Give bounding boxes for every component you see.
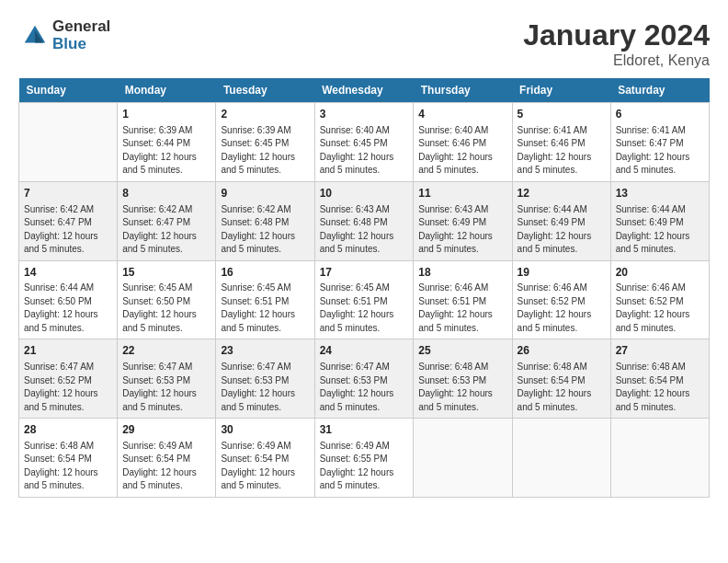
day-info: Sunrise: 6:46 AM Sunset: 6:52 PM Dayligh… bbox=[518, 282, 606, 335]
day-number: 1 bbox=[122, 107, 210, 122]
calendar-day-cell: 9Sunrise: 6:42 AM Sunset: 6:48 PM Daylig… bbox=[216, 181, 314, 260]
calendar-day-cell: 27Sunrise: 6:48 AM Sunset: 6:54 PM Dayli… bbox=[610, 339, 709, 419]
calendar-day-cell: 24Sunrise: 6:47 AM Sunset: 6:53 PM Dayli… bbox=[314, 339, 414, 419]
calendar-day-cell: 5Sunrise: 6:41 AM Sunset: 6:46 PM Daylig… bbox=[512, 103, 610, 182]
day-number: 8 bbox=[122, 186, 210, 201]
calendar-day-cell: 19Sunrise: 6:46 AM Sunset: 6:52 PM Dayli… bbox=[512, 260, 610, 339]
day-info: Sunrise: 6:40 AM Sunset: 6:45 PM Dayligh… bbox=[320, 124, 409, 178]
day-info: Sunrise: 6:47 AM Sunset: 6:53 PM Dayligh… bbox=[320, 361, 409, 414]
day-number: 16 bbox=[221, 265, 309, 281]
calendar-day-cell: 15Sunrise: 6:45 AM Sunset: 6:50 PM Dayli… bbox=[118, 260, 216, 339]
day-info: Sunrise: 6:44 AM Sunset: 6:49 PM Dayligh… bbox=[616, 203, 704, 257]
day-info: Sunrise: 6:48 AM Sunset: 6:54 PM Dayligh… bbox=[24, 440, 112, 493]
day-info: Sunrise: 6:43 AM Sunset: 6:48 PM Dayligh… bbox=[320, 203, 409, 257]
calendar-day-cell: 13Sunrise: 6:44 AM Sunset: 6:49 PM Dayli… bbox=[610, 181, 709, 260]
calendar-day-cell: 4Sunrise: 6:40 AM Sunset: 6:46 PM Daylig… bbox=[414, 103, 512, 182]
day-number: 29 bbox=[122, 422, 210, 438]
calendar-day-cell: 6Sunrise: 6:41 AM Sunset: 6:47 PM Daylig… bbox=[610, 103, 709, 182]
weekday-header-tuesday: Tuesday bbox=[216, 78, 314, 103]
calendar-day-cell: 2Sunrise: 6:39 AM Sunset: 6:45 PM Daylig… bbox=[216, 103, 314, 182]
day-info: Sunrise: 6:42 AM Sunset: 6:47 PM Dayligh… bbox=[24, 203, 112, 257]
day-number: 11 bbox=[418, 186, 506, 201]
calendar-week-row: 1Sunrise: 6:39 AM Sunset: 6:44 PM Daylig… bbox=[19, 103, 710, 182]
day-number: 14 bbox=[24, 265, 112, 281]
calendar-day-cell: 23Sunrise: 6:47 AM Sunset: 6:53 PM Dayli… bbox=[216, 339, 314, 419]
logo-blue: Blue bbox=[52, 36, 110, 53]
day-number: 2 bbox=[221, 107, 309, 122]
location: Eldoret, Kenya bbox=[523, 52, 710, 69]
day-info: Sunrise: 6:47 AM Sunset: 6:52 PM Dayligh… bbox=[24, 361, 112, 414]
day-number: 22 bbox=[122, 343, 210, 359]
calendar-day-cell: 3Sunrise: 6:40 AM Sunset: 6:45 PM Daylig… bbox=[314, 103, 414, 182]
day-number: 30 bbox=[221, 422, 309, 438]
day-info: Sunrise: 6:44 AM Sunset: 6:49 PM Dayligh… bbox=[518, 203, 606, 257]
logo-general: General bbox=[52, 18, 110, 36]
weekday-header-sunday: Sunday bbox=[19, 78, 118, 103]
calendar-week-row: 21Sunrise: 6:47 AM Sunset: 6:52 PM Dayli… bbox=[19, 339, 710, 419]
day-number: 27 bbox=[616, 343, 704, 359]
weekday-header-friday: Friday bbox=[512, 78, 610, 103]
calendar-day-cell bbox=[19, 103, 118, 182]
weekday-header-saturday: Saturday bbox=[610, 78, 709, 103]
day-info: Sunrise: 6:48 AM Sunset: 6:54 PM Dayligh… bbox=[616, 361, 704, 414]
calendar-day-cell: 8Sunrise: 6:42 AM Sunset: 6:47 PM Daylig… bbox=[118, 181, 216, 260]
day-number: 18 bbox=[418, 265, 506, 281]
calendar-day-cell: 28Sunrise: 6:48 AM Sunset: 6:54 PM Dayli… bbox=[19, 419, 118, 498]
title-block: January 2024 Eldoret, Kenya bbox=[523, 18, 710, 69]
calendar-day-cell: 30Sunrise: 6:49 AM Sunset: 6:54 PM Dayli… bbox=[216, 419, 314, 498]
month-title: January 2024 bbox=[523, 18, 710, 52]
calendar-week-row: 14Sunrise: 6:44 AM Sunset: 6:50 PM Dayli… bbox=[19, 260, 710, 339]
day-info: Sunrise: 6:39 AM Sunset: 6:44 PM Dayligh… bbox=[122, 124, 210, 178]
day-number: 25 bbox=[418, 343, 506, 359]
day-number: 21 bbox=[24, 343, 112, 359]
day-info: Sunrise: 6:44 AM Sunset: 6:50 PM Dayligh… bbox=[24, 282, 112, 335]
day-info: Sunrise: 6:45 AM Sunset: 6:50 PM Dayligh… bbox=[122, 282, 210, 335]
day-info: Sunrise: 6:47 AM Sunset: 6:53 PM Dayligh… bbox=[221, 361, 309, 414]
day-info: Sunrise: 6:48 AM Sunset: 6:54 PM Dayligh… bbox=[518, 361, 606, 414]
calendar-day-cell: 12Sunrise: 6:44 AM Sunset: 6:49 PM Dayli… bbox=[512, 181, 610, 260]
day-number: 19 bbox=[518, 265, 606, 281]
calendar-day-cell: 20Sunrise: 6:46 AM Sunset: 6:52 PM Dayli… bbox=[610, 260, 709, 339]
day-info: Sunrise: 6:47 AM Sunset: 6:53 PM Dayligh… bbox=[122, 361, 210, 414]
day-number: 31 bbox=[320, 422, 409, 438]
day-number: 15 bbox=[122, 265, 210, 281]
day-info: Sunrise: 6:48 AM Sunset: 6:53 PM Dayligh… bbox=[418, 361, 506, 414]
day-number: 26 bbox=[518, 343, 606, 359]
day-info: Sunrise: 6:45 AM Sunset: 6:51 PM Dayligh… bbox=[320, 282, 409, 335]
weekday-header-monday: Monday bbox=[118, 78, 216, 103]
calendar-day-cell bbox=[414, 419, 512, 498]
calendar-day-cell: 18Sunrise: 6:46 AM Sunset: 6:51 PM Dayli… bbox=[414, 260, 512, 339]
day-number: 9 bbox=[221, 186, 309, 201]
day-info: Sunrise: 6:41 AM Sunset: 6:46 PM Dayligh… bbox=[518, 124, 606, 178]
calendar-day-cell: 1Sunrise: 6:39 AM Sunset: 6:44 PM Daylig… bbox=[118, 103, 216, 182]
weekday-header-row: SundayMondayTuesdayWednesdayThursdayFrid… bbox=[19, 78, 710, 103]
day-number: 4 bbox=[418, 107, 506, 122]
logo: General Blue bbox=[18, 18, 110, 52]
weekday-header-wednesday: Wednesday bbox=[314, 78, 414, 103]
logo-icon bbox=[21, 22, 49, 50]
day-number: 13 bbox=[616, 186, 704, 201]
calendar-table: SundayMondayTuesdayWednesdayThursdayFrid… bbox=[18, 78, 710, 498]
day-info: Sunrise: 6:46 AM Sunset: 6:52 PM Dayligh… bbox=[616, 282, 704, 335]
calendar-day-cell: 11Sunrise: 6:43 AM Sunset: 6:49 PM Dayli… bbox=[414, 181, 512, 260]
calendar-day-cell: 7Sunrise: 6:42 AM Sunset: 6:47 PM Daylig… bbox=[19, 181, 118, 260]
calendar-week-row: 7Sunrise: 6:42 AM Sunset: 6:47 PM Daylig… bbox=[19, 181, 710, 260]
calendar-day-cell bbox=[512, 419, 610, 498]
day-number: 28 bbox=[24, 422, 112, 438]
calendar-day-cell: 16Sunrise: 6:45 AM Sunset: 6:51 PM Dayli… bbox=[216, 260, 314, 339]
calendar-day-cell: 21Sunrise: 6:47 AM Sunset: 6:52 PM Dayli… bbox=[19, 339, 118, 419]
day-info: Sunrise: 6:49 AM Sunset: 6:55 PM Dayligh… bbox=[320, 440, 409, 493]
calendar-week-row: 28Sunrise: 6:48 AM Sunset: 6:54 PM Dayli… bbox=[19, 419, 710, 498]
day-number: 24 bbox=[320, 343, 409, 359]
day-info: Sunrise: 6:49 AM Sunset: 6:54 PM Dayligh… bbox=[122, 440, 210, 493]
calendar-day-cell: 31Sunrise: 6:49 AM Sunset: 6:55 PM Dayli… bbox=[314, 419, 414, 498]
calendar-day-cell bbox=[610, 419, 709, 498]
day-number: 17 bbox=[320, 265, 409, 281]
calendar-day-cell: 14Sunrise: 6:44 AM Sunset: 6:50 PM Dayli… bbox=[19, 260, 118, 339]
day-info: Sunrise: 6:46 AM Sunset: 6:51 PM Dayligh… bbox=[418, 282, 506, 335]
day-number: 20 bbox=[616, 265, 704, 281]
day-info: Sunrise: 6:43 AM Sunset: 6:49 PM Dayligh… bbox=[418, 203, 506, 257]
day-number: 10 bbox=[320, 186, 409, 201]
day-number: 5 bbox=[518, 107, 606, 122]
day-number: 12 bbox=[518, 186, 606, 201]
